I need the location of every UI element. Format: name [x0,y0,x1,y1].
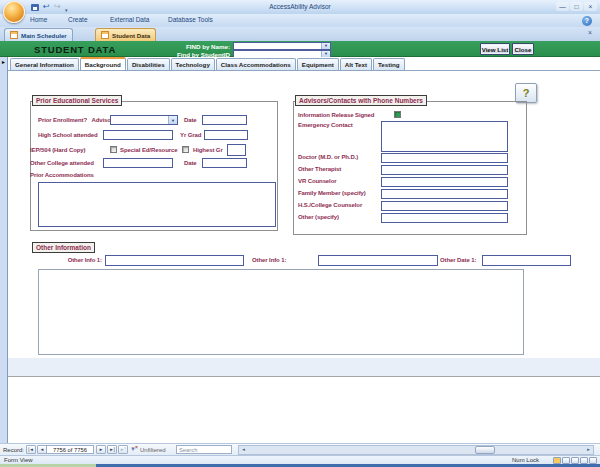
title-bar: ↩ ↪ ▾ AccessAbility Advisor — □ × [0,0,600,14]
close-button[interactable]: × [584,2,597,11]
form-view-button[interactable] [553,457,561,464]
form-header: STUDENT DATA FIND by Name: Find by Stude… [0,41,600,57]
form-icon [10,31,18,39]
highest-gr-input[interactable] [227,144,246,156]
tab-background[interactable]: Background [80,57,126,70]
tab-student-data-label: Student Data [112,32,150,39]
tab-student-data[interactable]: Student Data [95,28,156,41]
form-tab-strip: General Information Background Disabilit… [10,58,405,70]
form-body: ► General Information Background Disabil… [0,57,600,443]
ribbon-tab-external-data[interactable]: External Data [110,16,149,23]
record-position[interactable]: 7756 of 7756 [46,445,94,454]
prior-accommodations-textarea[interactable] [38,182,276,227]
chevron-down-icon[interactable]: ▼ [168,116,177,124]
iep-504-checkbox[interactable] [110,146,117,153]
other-info-2-label: Other Info 1: [252,257,286,263]
first-record-button[interactable]: |◄ [26,445,36,454]
ribbon-tab-create[interactable]: Create [68,16,88,23]
close-form-button[interactable]: Close [512,43,534,55]
tab-main-scheduler-label: Main Scheduler [21,32,67,39]
tab-general-information[interactable]: General Information [10,58,79,70]
current-record-icon: ► [1,59,6,65]
emergency-contact-textarea[interactable] [381,121,508,152]
last-record-button[interactable]: ►| [107,445,117,454]
date2-label: Date [184,160,197,166]
tab-alt-text[interactable]: Alt Text [340,58,372,70]
prior-services-title: Prior Educational Services [32,95,122,106]
next-record-button[interactable]: ► [96,445,106,454]
scroll-left-icon[interactable]: ◄ [239,446,248,454]
prior-enrollment-label: Prior Enrollment? Advisor [38,117,113,123]
other-information-textarea[interactable] [38,269,524,355]
high-school-input[interactable] [103,130,173,140]
tab-technology[interactable]: Technology [171,58,215,70]
help-icon[interactable]: ? [582,16,592,26]
maximize-button[interactable]: □ [570,2,583,11]
family-member-input[interactable] [381,189,508,199]
document-tab-bar: Main Scheduler Student Data × [0,27,600,41]
minimize-button[interactable]: — [556,2,569,11]
chevron-down-icon[interactable]: ▼ [321,51,330,57]
other-college-date-input[interactable] [202,158,247,168]
other-info-1-label: Other Info 1: [40,257,102,263]
scrollbar-thumb[interactable] [475,446,495,454]
prior-date-input[interactable] [202,115,247,125]
special-ed-checkbox[interactable] [182,146,189,153]
search-input[interactable] [176,445,232,454]
other-info-1-input[interactable] [105,255,244,266]
date-label: Date [184,117,197,123]
view-status: Form View [4,457,33,463]
record-selector-bar[interactable]: ► [0,57,8,443]
pivottable-view-button[interactable] [571,457,579,464]
information-release-label: Information Release Signed [298,112,374,118]
special-ed-label: Special Ed/Resource [120,147,177,153]
chevron-down-icon[interactable]: ▼ [321,43,330,49]
new-record-button[interactable]: ►* [118,445,128,454]
datasheet-view-button[interactable] [562,457,570,464]
highest-gr-label: Highest Gr [193,147,223,153]
record-label: Record: [3,447,24,453]
office-button[interactable] [3,1,25,23]
filter-status[interactable]: Unfiltered [140,447,166,453]
doctor-label: Doctor (M.D. or Ph.D.) [298,154,358,160]
tab-disabilities[interactable]: Disabilities [127,58,170,70]
emergency-contact-label: Emergency Contact [298,122,353,128]
document-close-icon[interactable]: × [588,29,592,36]
view-list-button[interactable]: View List [480,43,510,55]
scroll-right-icon[interactable]: ► [584,446,593,454]
tab-testing[interactable]: Testing [373,58,405,70]
tab-equipment[interactable]: Equipment [297,58,339,70]
other-specify-input[interactable] [381,213,508,223]
prior-accommodations-label: Prior Accommodations [30,172,94,178]
information-release-checkbox[interactable] [394,111,401,118]
vr-counselor-label: VR Counselor [298,178,336,184]
tab-main-scheduler[interactable]: Main Scheduler [4,28,73,41]
vr-counselor-input[interactable] [381,177,508,187]
ribbon-tab-home[interactable]: Home [30,16,47,23]
help-button[interactable]: ? [515,83,537,103]
tab-divider [8,70,600,71]
iep-504-label: IEP/504 (Hard Copy) [30,147,85,153]
ribbon-tab-database-tools[interactable]: Database Tools [168,16,213,23]
other-therapist-input[interactable] [381,165,508,175]
doctor-input[interactable] [381,153,508,163]
yr-grad-input[interactable] [204,130,248,140]
yr-grad-label: Yr Grad [180,132,201,138]
form-footer-band [8,358,600,377]
design-view-button[interactable] [589,457,597,464]
horizontal-scrollbar[interactable]: ◄ ► [238,445,594,455]
hs-college-counselor-input[interactable] [381,201,508,211]
find-by-name-combo[interactable]: ▼ [233,42,331,50]
find-by-name-label: FIND by Name: [80,43,230,50]
other-date-1-input[interactable] [482,255,571,266]
ribbon-tab-row: Home Create External Data Database Tools… [0,14,600,27]
window-title: AccessAbility Advisor [0,3,600,10]
advisor-combo[interactable]: ▼ [110,115,178,125]
record-navigator: Record: |◄ ◄ 7756 of 7756 ► ►| ►* ▼ × Un… [0,443,600,455]
other-college-input[interactable] [103,158,173,168]
tab-class-accommodations[interactable]: Class Accommodations [216,58,296,70]
hs-college-counselor-label: H.S./College Counselor [298,202,362,208]
other-info-2-input[interactable] [318,255,438,266]
app-window: ↩ ↪ ▾ AccessAbility Advisor — □ × Home C… [0,0,600,467]
pivotchart-view-button[interactable] [580,457,588,464]
